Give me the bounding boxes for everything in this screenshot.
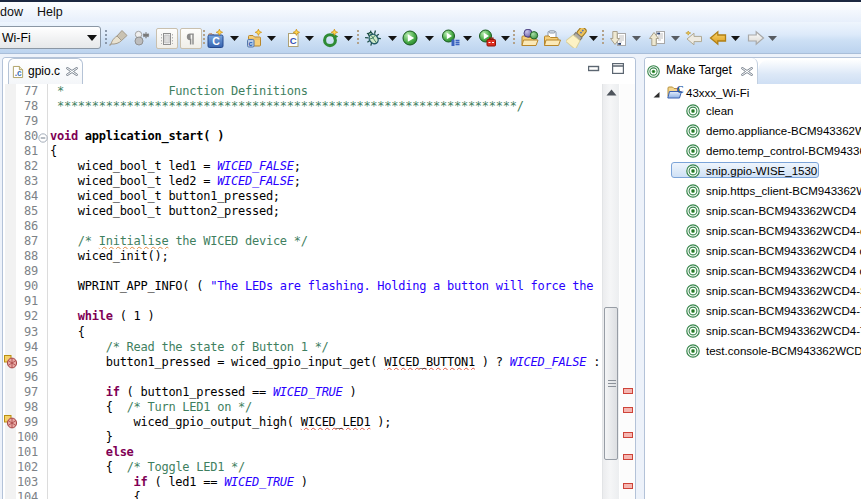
toolbar-separator [602,29,604,46]
code-line: 100 } [3,430,636,445]
make-target-row[interactable]: clean [645,102,861,122]
make-target-item-icon [686,304,700,318]
error-marker[interactable] [623,407,633,413]
previous-annotation-dropdown[interactable] [670,26,681,50]
code-line: 98 { /* Turn LED1 on */ [3,400,636,415]
line-number: 81 [3,144,46,159]
make-target-row[interactable]: snip.scan-BCM943362WCD4-ThreadX-NetX [645,322,861,342]
editor-vertical-scrollbar[interactable] [602,84,619,499]
new-folder-button[interactable]: c [242,26,266,50]
menu-window[interactable]: dow [0,5,23,19]
next-annotation-dropdown[interactable] [631,26,642,50]
code-line: 101 else [3,445,636,460]
code-text: WPRINT_APP_INFO( ( "The LEDs are flashin… [46,279,602,294]
code-line: 95 button1_pressed = wiced_gpio_input_ge… [3,355,636,370]
external-tools-dropdown[interactable] [500,26,511,50]
make-target-row-label: snip.scan-BCM943362WCD4-ThreadX [706,305,861,317]
make-target-tab[interactable]: Make Target [645,58,758,84]
new-c-project-dropdown[interactable] [229,26,240,50]
code-line: 88 wiced_init(); [3,249,636,264]
make-target-row[interactable]: test.console-BCM943362WCD4 [645,342,861,362]
debug-button[interactable] [361,26,385,50]
code-text [46,219,602,234]
show-whitespace-button[interactable] [180,28,202,49]
editor-tab-label: gpio.c [28,64,60,78]
make-target-row[interactable]: snip.scan-BCM943362WCD4 download [645,242,861,262]
make-target-row[interactable]: snip.scan-BCM943362WCD4 [645,202,861,222]
export-button[interactable] [540,26,564,50]
previous-annotation-button[interactable] [645,26,669,50]
dropdown-arrow-icon [632,36,641,41]
next-annotation-icon [610,30,627,47]
next-annotation-button[interactable] [606,26,630,50]
tree-root-row[interactable]: C 43xxx_Wi-Fi [645,84,861,104]
profile-button[interactable] [438,26,462,50]
run-button[interactable] [398,26,422,50]
maximize-icon[interactable] [612,63,624,74]
show-source-button[interactable] [156,28,178,49]
combo-dropdown-arrow-icon[interactable] [87,35,97,41]
run-icon [402,30,418,46]
code-text: if ( button1_pressed == WICED_TRUE ) [46,385,602,400]
back-dropdown[interactable] [730,26,741,50]
minimize-icon[interactable] [588,63,600,74]
forward-button[interactable] [744,26,768,50]
error-marker[interactable] [623,388,633,394]
external-tools-button[interactable] [475,26,499,50]
code-line: 92 while ( 1 ) [3,309,636,324]
breakpoint-bug-icon[interactable] [4,415,18,429]
error-marker[interactable] [623,432,633,438]
debug-dropdown[interactable] [387,26,398,50]
code-text: { [46,325,602,340]
new-make-target-button[interactable] [318,26,342,50]
new-c-file-button[interactable]: C [280,26,304,50]
scroll-up-button[interactable] [603,84,620,101]
make-target-row[interactable]: snip.https_client-BCM943362WCD4 [645,182,861,202]
profile-dropdown[interactable] [462,26,473,50]
editor-tab-gpio-c[interactable]: .c gpio.c [8,58,83,84]
tab-close-icon[interactable] [66,67,78,76]
new-make-target-dropdown[interactable] [343,26,354,50]
make-target-row[interactable]: snip.scan-BCM943362WCD4-debug [645,222,861,242]
back-button[interactable] [706,26,730,50]
tree-expand-arrow-icon[interactable] [653,92,660,98]
error-marker[interactable] [623,454,633,460]
make-target-row[interactable]: snip.gpio-WISE_1530 [645,162,861,182]
make-target-row[interactable]: snip.scan-BCM943362WCD4-ThreadX [645,302,861,322]
new-c-file-dropdown[interactable] [304,26,315,50]
code-editor[interactable]: 77 * Function Definitions78 ************… [3,84,635,499]
smart-insert-button[interactable] [130,26,154,50]
last-edit-location-button[interactable] [682,26,706,50]
search-dropdown[interactable] [588,26,599,50]
make-target-item-icon [686,344,700,358]
dropdown-arrow-icon [589,36,598,41]
line-number: 79 [3,114,46,129]
code-line: 91 [3,294,636,309]
mark-occurrences-button[interactable] [107,26,131,50]
tab-close-icon[interactable] [741,67,753,76]
code-line: 79 [3,114,636,129]
scrollbar-thumb[interactable] [604,307,618,460]
scrollbar-grip [608,380,616,389]
menu-help[interactable]: Help [37,5,63,19]
new-folder-dropdown[interactable] [266,26,277,50]
run-dropdown[interactable] [424,26,435,50]
import-button[interactable] [517,26,541,50]
c-file-icon: .c [12,65,24,79]
make-target-row[interactable]: demo.temp_control-BCM943362WCD4 [645,142,861,162]
fold-collapse-icon[interactable] [38,133,48,143]
make-target-row[interactable]: demo.appliance-BCM943362WCD4 [645,122,861,142]
make-target-row[interactable]: snip.scan-BCM943362WCD4-SDIO [645,282,861,302]
tree-rows: cleandemo.appliance-BCM943362WCD4demo.te… [645,102,861,362]
code-text: if ( led1 == WICED_TRUE ) [46,475,602,490]
build-target-combo[interactable]: Wi-Fi [0,26,101,49]
make-target-row[interactable]: snip.scan-BCM943362WCD4 download run [645,262,861,282]
code-text: wiced_bool_t led2 = WICED_FALSE; [46,174,602,189]
search-button[interactable] [564,26,588,50]
breakpoint-bug-icon[interactable] [4,355,18,369]
make-target-tree[interactable]: C 43xxx_Wi-Fi cleandemo.appliance-BCM943… [645,84,861,499]
forward-dropdown[interactable] [767,26,778,50]
line-number: 85 [3,204,46,219]
error-marker[interactable] [623,483,633,489]
new-c-project-button[interactable]: C [203,26,227,50]
